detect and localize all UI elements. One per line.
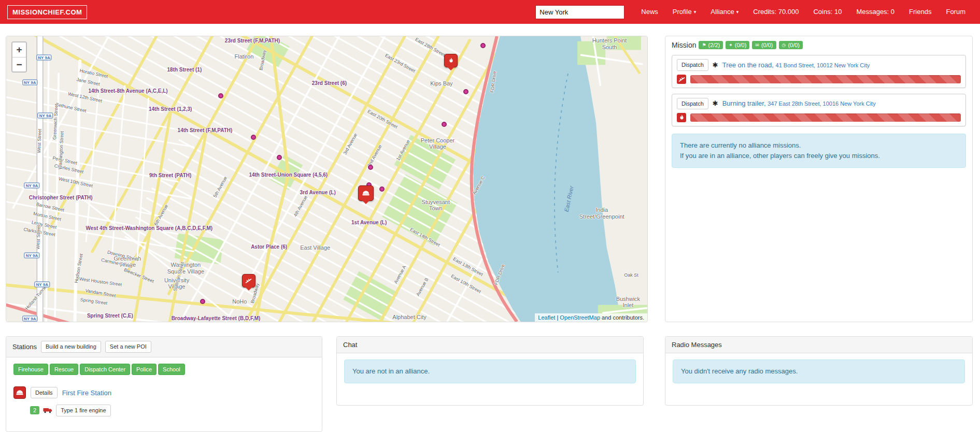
zoom-in-button[interactable]: + [12,42,26,57]
map-label-street: Bleecker Street [123,267,155,284]
map-label-street: Spring Street [80,297,108,307]
mission-link[interactable]: Tree on the road, 41 Bond Street, 10012 … [722,61,870,69]
attribution-suffix: and contributors. [600,314,644,321]
dispatch-button[interactable]: Dispatch [677,98,708,110]
filter-school[interactable]: School [158,364,185,376]
mission-counter-planned[interactable]: ◷(0/0) [779,41,803,49]
map-label-street: 1st Avenue [395,139,411,162]
mission-counter-event[interactable]: ✉(0/0) [752,41,776,49]
poi-marker[interactable] [277,155,282,160]
vehicle-count-badge: 2 [30,406,39,414]
map-label-street: 6th Avenue [153,204,169,226]
stations-panel: Stations Build a new building Set a new … [6,336,322,432]
new-mission-icon: ✱ [713,99,718,107]
filter-dispatch-center[interactable]: Dispatch Center [80,364,130,376]
mission-type-tree-icon [677,75,686,84]
mission-list: Dispatch ✱ Tree on the road, 41 Bond Str… [665,54,972,126]
stations-panel-header: Stations Build a new building Set a new … [6,337,322,357]
mission-marker-tree-on-road[interactable] [242,274,255,287]
station-filters: Firehouse Rescue Dispatch Center Police … [13,364,315,376]
top-navbar: MISSIONCHIEF.COM News Profile▾ Alliance▾… [0,0,980,24]
flag-icon: ⚑ [702,42,706,48]
brand-logo[interactable]: MISSIONCHIEF.COM [7,5,87,19]
map-label-station: 23rd Street (F,M,PATH) [225,38,280,45]
poi-marker[interactable] [463,89,468,94]
map-label-station: 23rd Street (6) [312,81,347,87]
chevron-down-icon: ▾ [694,0,697,24]
mission-counter-planned-label: (0/0) [788,42,800,48]
nav-item-friends[interactable]: Friends [902,0,939,24]
poi-marker[interactable] [442,122,447,127]
leaflet-link[interactable]: Leaflet [538,314,555,321]
search-input[interactable] [535,5,624,19]
map-label-station: 1st Avenue (L) [351,220,387,226]
map-label-station: 18th Street (1) [167,67,202,73]
mission-progress-bar [690,75,961,83]
nav-item-messages[interactable]: Messages: 0 [849,0,902,24]
map-label-street: East 20th Street [366,109,398,129]
map-label-street: East 10th Street [450,273,481,294]
nav-item-forum[interactable]: Forum [939,0,973,24]
nav-item-coins[interactable]: Coins: 10 [806,0,849,24]
map-label-place: Hunters Point South [591,38,629,51]
poi-marker[interactable] [251,135,256,140]
chat-panel-header: Chat [337,337,643,353]
station-name-link[interactable]: First Fire Station [62,389,111,397]
station-marker-first-fire-station[interactable] [358,185,374,201]
mission-address: 347 East 28th Street, 10016 New York Cit… [768,100,876,107]
nav-item-profile[interactable]: Profile▾ [665,0,703,24]
map-label-street: East 13th Street [452,256,484,277]
poi-marker[interactable] [368,165,373,170]
nav-item-credits[interactable]: Credits: 70.000 [746,0,806,24]
filter-police[interactable]: Police [132,364,157,376]
fire-engine-icon [43,407,52,413]
chat-panel: Chat You are not in an alliance. [336,336,644,406]
mission-counter-own[interactable]: ⚑(2/2) [699,41,723,49]
poi-marker[interactable] [200,299,205,304]
alliance-missions-info: There are currently no alliance missions… [672,134,966,168]
openstreetmap-link[interactable]: OpenStreetMap [560,314,600,321]
vehicle-name-button[interactable]: Type 1 fire engine [56,405,110,416]
poi-marker[interactable] [480,43,486,48]
mission-counter-alliance-label: (0/0) [735,42,747,48]
map-label-place: Kips Bay [430,80,452,87]
map-label-place: East Village [300,244,330,251]
mission-card-burning-trailer: Dispatch ✱ Burning trailer, 347 East 28t… [672,94,966,127]
mission-link[interactable]: Burning trailer, 347 East 28th Street, 1… [722,99,876,107]
poi-marker[interactable] [218,93,223,98]
chat-info-box: You are not in an alliance. [344,359,636,383]
route-shield: NY 9A [36,54,51,60]
map-label-station: 14th Street-8th Avenue (A,C,E,L) [88,88,167,94]
build-building-button[interactable]: Build a new building [41,341,101,353]
mission-address: 41 Bond Street, 10012 New York City [776,62,870,68]
nav-item-alliance[interactable]: Alliance▾ [703,0,746,24]
map-label-water: East River [563,185,575,212]
filter-firehouse[interactable]: Firehouse [13,364,48,376]
station-details-button[interactable]: Details [31,387,58,399]
poi-marker[interactable] [379,186,385,192]
map[interactable]: 23rd Street (F,M,PATH)18th Street (1)23r… [6,36,648,322]
zoom-out-button[interactable]: − [12,57,26,71]
nav-item-news[interactable]: News [634,0,665,24]
alliance-info-line2: If you are in an alliance, other players… [680,151,958,161]
map-label-street: Avenue B [415,277,430,297]
map-label-place: India Street/Greenpoint [579,207,624,220]
mission-title: Tree on the road, [722,61,774,69]
mission-title: Burning trailer, [722,99,766,107]
map-label-street: 4th Avenue [292,195,308,218]
map-label-street: Holland Tunnel [24,284,49,311]
map-label-street: Oak St [624,272,638,278]
map-label-street: FDR Drive [489,70,497,93]
chat-panel-title: Chat [343,341,357,349]
map-label-station: 14th Street (F,M,PATH) [178,128,233,134]
set-poi-button[interactable]: Set a new POI [105,341,151,353]
map-label-station: Christopher Street (PATH) [29,195,93,201]
map-label-station: 14th Street (1,2,3) [149,106,192,112]
filter-rescue[interactable]: Rescue [50,364,78,376]
mission-counter-alliance[interactable]: ✦(0/0) [726,41,749,49]
radio-panel-title: Radio Messages [672,341,722,349]
mission-marker-burning-trailer[interactable] [444,54,458,67]
mission-type-flame-icon [677,113,686,122]
dispatch-button[interactable]: Dispatch [677,59,708,71]
route-shield: NY 9A [38,112,53,118]
